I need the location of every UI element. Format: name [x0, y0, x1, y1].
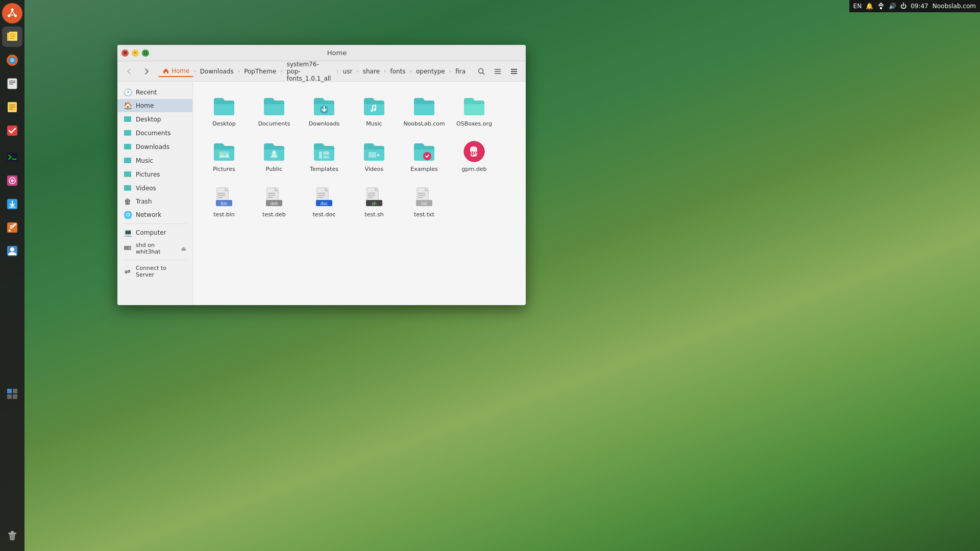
file-item-gpm-deb[interactable]: gpm gpm.deb	[451, 135, 497, 177]
test-bin-label: test.bin	[213, 211, 235, 218]
svg-rect-34	[13, 389, 17, 393]
svg-point-39	[479, 68, 483, 73]
svg-text:bin: bin	[221, 202, 227, 206]
sidebar-item-desktop[interactable]: Desktop	[117, 112, 192, 126]
sidebar-item-label: Network	[136, 211, 161, 218]
taskbar-notes[interactable]	[2, 97, 22, 117]
sidebar-item-pictures[interactable]: Pictures	[117, 167, 192, 181]
sidebar-item-shd[interactable]: shd on whit3hat ⏏	[117, 239, 192, 258]
sidebar-item-network[interactable]: 🌐 Network	[117, 208, 192, 221]
maximize-button[interactable]: □	[142, 49, 149, 57]
file-item-test-doc[interactable]: doc test.doc	[301, 181, 347, 222]
breadcrumb-downloads-label: Downloads	[200, 68, 234, 75]
breadcrumb-usr[interactable]: usr	[339, 66, 357, 77]
view-options-button[interactable]	[490, 64, 505, 79]
sidebar-item-recent[interactable]: 🕐 Recent	[117, 86, 192, 99]
network-icon[interactable]	[877, 3, 885, 10]
sidebar-item-label: Trash	[136, 198, 152, 205]
file-item-test-txt[interactable]: txt test.txt	[401, 181, 447, 222]
taskbar-text-editor[interactable]	[2, 73, 22, 94]
taskbar-firefox[interactable]	[2, 50, 22, 70]
file-item-templates[interactable]: Templates	[301, 135, 347, 177]
file-item-test-deb[interactable]: deb test.deb	[251, 181, 297, 222]
file-item-examples[interactable]: Examples	[401, 135, 447, 177]
network-drive-icon	[124, 244, 132, 253]
sidebar-item-videos[interactable]: Videos	[117, 181, 192, 195]
breadcrumb-fonts-label: fonts	[390, 68, 405, 75]
eject-button[interactable]: ⏏	[181, 245, 186, 252]
sidebar-item-music[interactable]: Music	[117, 154, 192, 167]
breadcrumb-fira[interactable]: fira	[451, 66, 470, 77]
file-item-public[interactable]: Public	[251, 135, 297, 177]
file-item-music[interactable]: Music	[351, 90, 397, 131]
taskbar-rss[interactable]	[2, 217, 22, 238]
home-icon: 🏠	[124, 102, 132, 110]
file-item-videos[interactable]: Videos	[351, 135, 397, 177]
system-tray: EN 🔔 🔊 ⏻ 09:47 Noobslab.com	[849, 0, 980, 12]
svg-rect-85	[318, 195, 325, 196]
breadcrumb-downloads[interactable]: Downloads	[196, 66, 238, 77]
toolbar: Home › Downloads › PopTheme › system76-p…	[117, 61, 526, 82]
file-item-desktop[interactable]: Desktop	[201, 90, 247, 131]
svg-rect-49	[124, 148, 131, 149]
breadcrumb-fonts[interactable]: fonts	[386, 66, 409, 77]
breadcrumb-home[interactable]: Home	[158, 66, 193, 77]
taskbar-contacts[interactable]	[2, 241, 22, 261]
svg-rect-44	[511, 69, 517, 70]
close-button[interactable]: ✕	[121, 49, 129, 57]
sidebar-item-home[interactable]: 🏠 Home	[117, 99, 192, 112]
file-item-osboxes[interactable]: OSBoxes.org	[451, 90, 497, 131]
menu-button[interactable]	[506, 64, 522, 79]
sidebar-item-trash[interactable]: 🗑 Trash	[117, 195, 192, 208]
music-folder-icon	[362, 94, 386, 118]
notification-icon[interactable]: 🔔	[866, 3, 873, 10]
svg-line-40	[482, 72, 484, 74]
templates-folder-icon	[312, 139, 336, 164]
window-title: Home	[152, 49, 522, 57]
breadcrumb-poptheme[interactable]: PopTheme	[240, 66, 280, 77]
svg-text:deb: deb	[270, 202, 278, 206]
sidebar-item-computer[interactable]: 💻 Computer	[117, 226, 192, 239]
search-button[interactable]	[474, 64, 489, 79]
svg-rect-19	[9, 107, 15, 108]
sidebar-item-label: shd on whit3hat	[136, 242, 177, 255]
breadcrumb-system76[interactable]: system76-pop-fonts_1.0.1_all	[283, 59, 336, 84]
taskbar-ubuntu[interactable]	[2, 3, 22, 23]
svg-rect-36	[13, 394, 17, 399]
file-item-test-sh[interactable]: sh test.sh	[351, 181, 397, 222]
svg-rect-37	[8, 533, 16, 534]
pictures-label: Pictures	[213, 166, 235, 172]
public-label: Public	[266, 166, 283, 172]
breadcrumb-usr-label: usr	[343, 68, 353, 75]
taskbar-files[interactable]	[2, 27, 22, 47]
sidebar-item-connect[interactable]: ⇌ Connect to Server	[117, 262, 192, 281]
taskbar-tasks[interactable]	[2, 120, 22, 141]
volume-icon[interactable]: 🔊	[889, 3, 896, 10]
breadcrumb-opentype[interactable]: opentype	[412, 66, 449, 77]
minimize-button[interactable]: −	[132, 49, 139, 57]
content-area: 🕐 Recent 🏠 Home Desktop Documents	[117, 82, 526, 305]
breadcrumb-fira-label: fira	[455, 68, 465, 75]
svg-rect-16	[9, 84, 13, 85]
power-icon[interactable]: ⏻	[900, 3, 906, 10]
file-item-test-bin[interactable]: bin test.bin	[201, 181, 247, 222]
file-item-documents[interactable]: Documents	[251, 90, 297, 131]
forward-button[interactable]	[139, 64, 154, 79]
file-item-noobslab[interactable]: NoobsLab.com	[401, 90, 447, 131]
taskbar-terminal[interactable]	[2, 147, 22, 167]
keyboard-indicator[interactable]: EN	[853, 3, 862, 10]
file-item-pictures[interactable]: Pictures	[201, 135, 247, 177]
sidebar-item-documents[interactable]: Documents	[117, 126, 192, 140]
taskbar-software[interactable]	[2, 170, 22, 191]
sidebar-item-downloads[interactable]: Downloads	[117, 140, 192, 154]
pictures-folder-icon	[212, 139, 236, 164]
taskbar-trash[interactable]	[2, 528, 22, 548]
taskbar-workspace[interactable]	[2, 384, 22, 404]
file-item-downloads[interactable]: Downloads	[301, 90, 347, 131]
back-button[interactable]	[121, 64, 137, 79]
taskbar-download[interactable]	[2, 194, 22, 214]
breadcrumb-share[interactable]: share	[359, 66, 384, 77]
svg-point-26	[11, 180, 14, 182]
svg-rect-51	[124, 176, 131, 177]
sidebar-item-label: Documents	[136, 130, 170, 137]
